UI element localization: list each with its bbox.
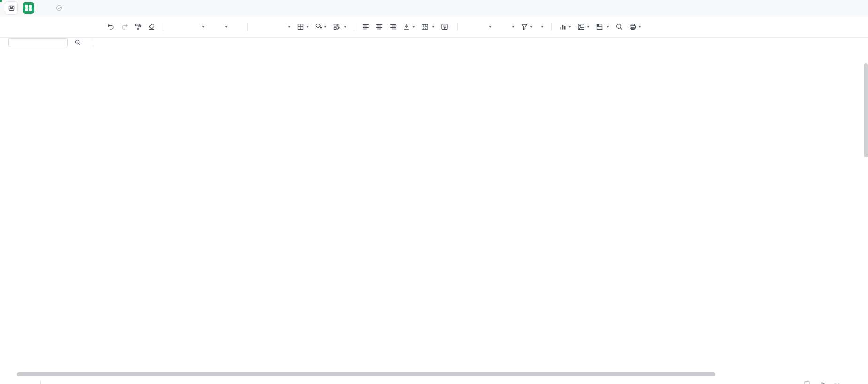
- chevron-down-icon: [202, 26, 205, 28]
- chevron-down-icon: [412, 26, 415, 28]
- chevron-down-icon: [530, 26, 533, 28]
- formula-bar: [0, 38, 868, 47]
- font-color-swatch: [280, 26, 286, 28]
- footer-icons: [804, 381, 840, 384]
- chevron-down-icon: [607, 26, 609, 28]
- title-bar: [0, 0, 868, 16]
- sort-button[interactable]: [539, 26, 544, 28]
- wrap-icon: [441, 23, 448, 31]
- check-circle-icon: [56, 5, 62, 11]
- search-icon: [615, 23, 623, 31]
- autosum-button[interactable]: [510, 26, 515, 28]
- zoom-out-icon[interactable]: [74, 39, 81, 46]
- vertical-align-button[interactable]: [403, 23, 415, 31]
- undo-button[interactable]: [107, 23, 115, 31]
- insert-image-button[interactable]: [577, 23, 590, 31]
- filter-icon: [521, 23, 528, 31]
- cell-style-button[interactable]: [333, 23, 346, 31]
- clear-format-button[interactable]: [148, 23, 155, 31]
- save-status: [56, 5, 65, 11]
- freeze-icon: [596, 23, 603, 31]
- align-right-button[interactable]: [389, 23, 397, 31]
- wrap-text-button[interactable]: [441, 23, 450, 31]
- merge-icon: [421, 23, 429, 31]
- number-format-select[interactable]: [465, 26, 492, 28]
- chevron-down-icon: [489, 26, 492, 28]
- chevron-down-icon: [638, 26, 641, 28]
- format-painter-button[interactable]: [134, 23, 142, 31]
- more-icon[interactable]: [834, 381, 840, 384]
- merge-cells-button[interactable]: [421, 23, 435, 31]
- chevron-down-icon: [306, 26, 309, 28]
- chevron-down-icon: [344, 26, 346, 28]
- chart-icon: [559, 23, 567, 31]
- font-size-select[interactable]: [211, 26, 228, 28]
- stats-icon[interactable]: [819, 381, 825, 384]
- chevron-down-icon: [568, 26, 571, 28]
- name-box[interactable]: [8, 38, 68, 47]
- chevron-down-icon: [432, 26, 435, 28]
- spreadsheet-grid: [0, 47, 868, 384]
- sheet-tab-bar: [0, 378, 868, 384]
- redo-button[interactable]: [121, 23, 128, 31]
- insert-chart-button[interactable]: [559, 23, 571, 31]
- image-icon: [577, 23, 585, 31]
- search-button[interactable]: [615, 23, 623, 31]
- borders-button[interactable]: [297, 23, 309, 31]
- style-grid-icon: [333, 23, 340, 31]
- toolbar: [0, 16, 868, 38]
- print-button[interactable]: [629, 23, 641, 31]
- freeze-panes-button[interactable]: [596, 23, 609, 31]
- filter-button[interactable]: [521, 23, 533, 31]
- font-family-select[interactable]: [171, 26, 205, 28]
- grid-view-icon[interactable]: [804, 381, 810, 384]
- save-button[interactable]: [5, 1, 18, 15]
- save-icon: [8, 5, 15, 12]
- chevron-down-icon: [324, 26, 327, 28]
- spreadsheet-app-icon: [23, 2, 34, 14]
- chevron-down-icon: [587, 26, 590, 28]
- formula-input[interactable]: [93, 38, 868, 47]
- print-icon: [629, 23, 637, 31]
- font-color-button[interactable]: [280, 26, 291, 28]
- fill-color-button[interactable]: [315, 23, 327, 31]
- vertical-scrollbar[interactable]: [864, 63, 868, 157]
- align-center-button[interactable]: [376, 23, 383, 31]
- fill-color-swatch: [315, 29, 322, 31]
- horizontal-scrollbar[interactable]: [17, 372, 715, 376]
- chevron-down-icon: [225, 26, 228, 28]
- paint-bucket-icon: [315, 23, 322, 29]
- chevron-down-icon: [512, 26, 515, 28]
- tab-divider: [40, 381, 41, 384]
- align-left-button[interactable]: [362, 23, 369, 31]
- chevron-down-icon: [541, 26, 544, 28]
- chevron-down-icon: [288, 26, 291, 28]
